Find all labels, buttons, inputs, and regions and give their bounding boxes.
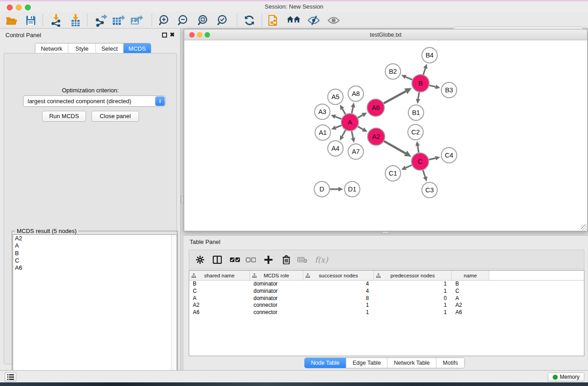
column-header-predecessor-nodes[interactable]: predecessor nodes [374,271,452,280]
graph-edge[interactable] [418,146,419,152]
refresh-icon[interactable] [243,14,256,27]
close-panel-button[interactable]: Close panel [91,111,139,122]
tab-edge-table[interactable]: Edge Table [346,358,387,368]
table-cell[interactable]: connector [250,302,303,309]
table-cell[interactable]: A6 [452,309,489,316]
tab-style[interactable]: Style [68,43,96,54]
table-cell[interactable]: B [189,281,250,288]
mcds-result-item[interactable]: A6 [13,264,177,272]
table-row[interactable]: A2connector11A2 [189,302,584,309]
table-cell[interactable]: A6 [189,309,250,316]
close-panel-icon[interactable]: ✖ [170,31,175,38]
mcds-result-item[interactable]: B [13,250,177,257]
export-table-icon[interactable] [112,14,125,27]
table-cell[interactable]: 8 [303,295,374,302]
graph-edge[interactable] [418,92,419,99]
graph-edge[interactable] [429,158,436,160]
export-network-icon[interactable] [95,14,108,27]
node-table[interactable]: shared nameMCDS rolesuccessor nodesprede… [189,270,584,356]
folder-open-icon[interactable] [5,14,19,27]
add-column-icon[interactable] [262,253,275,266]
graph-edge[interactable] [342,109,345,114]
network-window-titlebar[interactable]: testGlobe.txt [184,29,587,40]
network-document-icon[interactable] [268,14,281,27]
table-row[interactable]: Cdominator41C [189,288,584,295]
tab-network-table[interactable]: Network Table [387,358,436,368]
zoom-selected-icon[interactable] [216,14,229,27]
mcds-result-item[interactable]: A [13,242,177,249]
table-cell[interactable]: 0 [374,295,452,302]
table-row[interactable]: Bdominator41B [189,281,584,288]
table-cell[interactable]: B [452,281,489,288]
window-resize-grip[interactable] [581,224,587,230]
table-cell[interactable]: 1 [303,302,374,309]
show-eye-icon[interactable] [327,14,340,27]
hide-eye-icon[interactable] [307,14,320,27]
graph-edge[interactable] [406,165,412,168]
horizontal-scroll-nub[interactable] [382,231,389,234]
column-header-shared-name[interactable]: shared name [189,271,250,280]
gear-icon[interactable] [193,253,207,266]
select-all-icon[interactable] [228,253,242,266]
table-cell[interactable]: dominator [250,288,303,295]
delete-icon[interactable] [279,253,293,266]
graph-edge[interactable] [358,115,363,118]
result-scrollbar[interactable] [171,235,177,386]
mcds-result-item[interactable]: C [13,257,177,264]
table-cell[interactable]: 1 [374,302,452,309]
home-icon[interactable] [287,14,301,27]
memory-button[interactable]: Memory [548,372,584,381]
function-icon[interactable]: f(x) [312,253,330,266]
table-cell[interactable]: C [189,288,250,295]
import-network-icon[interactable] [49,14,63,27]
float-panel-icon[interactable] [162,33,167,38]
table-cell[interactable]: 1 [374,309,452,316]
export-image-icon[interactable] [130,14,143,27]
table-cell[interactable]: C [452,288,489,295]
deselect-all-icon[interactable] [244,253,258,266]
column-header-MCDS-role[interactable]: MCDS role [250,271,303,280]
column-selector-icon[interactable] [210,253,224,266]
table-cell[interactable]: dominator [250,295,303,302]
graph-edge[interactable] [423,68,425,75]
graph-edge[interactable] [335,117,342,119]
graph-edge[interactable] [352,131,353,138]
tab-node-table[interactable]: Node Table [305,358,346,368]
table-cell[interactable]: A [189,295,250,302]
graph-edge[interactable] [423,170,425,177]
tab-motifs[interactable]: Motifs [436,358,464,368]
table-row[interactable]: A6connector11A6 [189,309,584,316]
tab-mcds[interactable]: MCDS [123,43,151,54]
mcds-result-item[interactable]: A2 [13,235,177,242]
graph-edge[interactable] [384,91,406,104]
table-cell[interactable]: A2 [452,302,489,309]
column-header-name[interactable]: name [452,271,489,280]
zoom-in-icon[interactable] [158,14,171,27]
table-cell[interactable]: connector [250,309,303,316]
table-cell[interactable]: A [452,295,489,302]
table-cell[interactable]: dominator [250,281,303,288]
graph-edge[interactable] [352,107,353,114]
vertical-scroll-nub[interactable] [181,196,184,203]
graph-edge[interactable] [342,130,346,137]
table-cell[interactable]: 1 [303,309,374,316]
save-icon[interactable] [24,14,38,27]
mcds-result-list[interactable]: A2ABCA6 [13,234,177,386]
tab-network[interactable]: Network [35,43,68,54]
graph-edge[interactable] [336,125,342,128]
table-cell[interactable]: A2 [189,302,250,309]
table-cell[interactable]: 4 [303,288,374,295]
graph-edge[interactable] [358,127,363,129]
table-cell[interactable]: 1 [374,281,452,288]
network-graph-canvas[interactable]: B4B2BB3A8A5A6A3B1AA1C2A2A4A7C4CC1C3DD1 [184,40,587,231]
optimization-criterion-select[interactable]: largest connected component (directed) ▲… [23,95,166,107]
import-table-icon[interactable] [69,14,82,27]
run-mcds-button[interactable]: Run MCDS [42,111,86,122]
table-cell[interactable]: 4 [303,281,374,288]
table-row[interactable]: Adominator80A [189,295,584,302]
task-history-button[interactable] [5,372,16,381]
zoom-out-icon[interactable] [177,14,190,27]
graph-edge[interactable] [406,77,412,80]
column-header-successor-nodes[interactable]: successor nodes [303,271,374,280]
zoom-fit-icon[interactable] [196,14,210,27]
